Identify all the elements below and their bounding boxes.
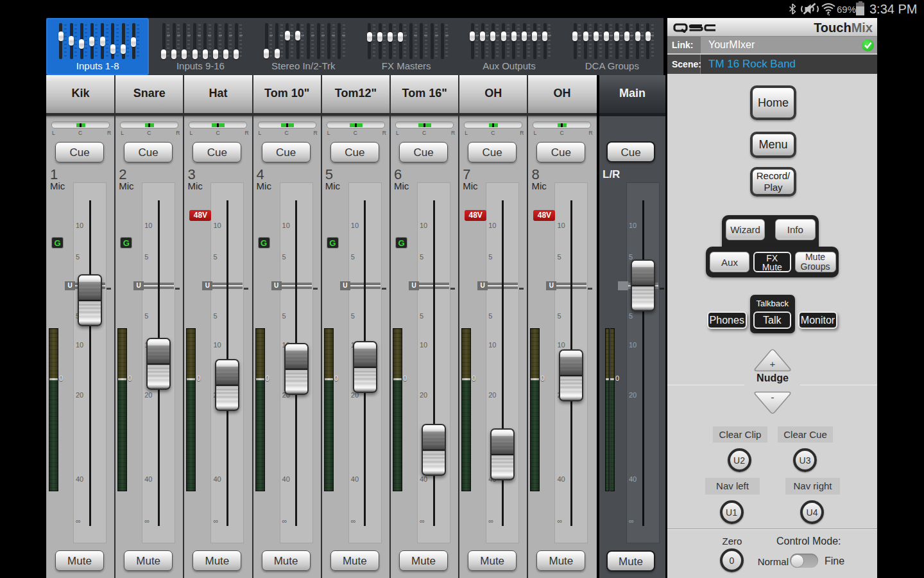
svg-text:+: + (770, 358, 776, 369)
svg-text:-: - (771, 392, 774, 403)
